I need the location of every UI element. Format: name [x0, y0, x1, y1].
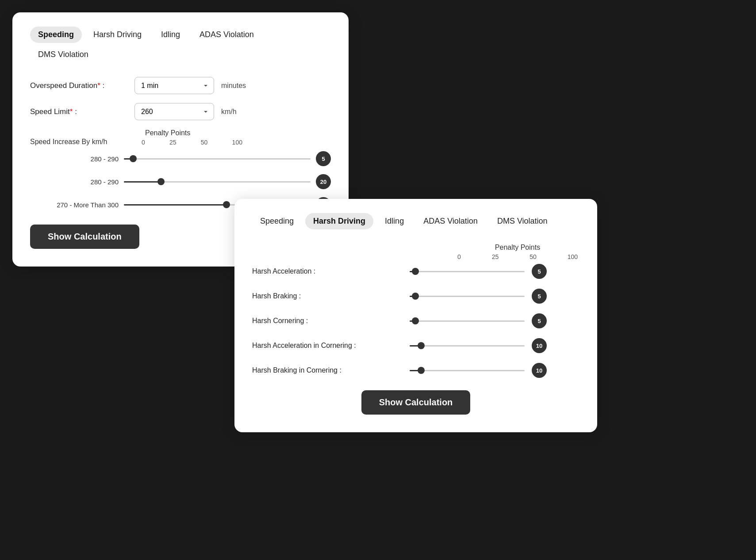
slider-fill-2: [124, 204, 226, 206]
range-label-0: 280 - 290: [30, 155, 119, 163]
overspeed-row: Overspeed Duration* : 1 min 2 min 5 min …: [30, 77, 331, 94]
harsh-badge-2: 5: [532, 313, 547, 328]
harsh-corner-label: Harsh Cornering :: [252, 317, 403, 325]
penalty-title-2: Penalty Points: [456, 244, 579, 251]
slider-header-1: Speed Increase By km/h Penalty Points 0 …: [30, 129, 331, 146]
harsh-brake-corner-label: Harsh Braking in Cornering :: [252, 366, 403, 374]
range-label-2: 270 - More Than 300: [30, 201, 119, 209]
tab-dms-1[interactable]: DMS Violation: [30, 46, 96, 63]
slider-thumb-1[interactable]: [157, 178, 165, 185]
show-calculation-button-2[interactable]: Show Calculation: [361, 390, 471, 415]
harsh-track-4: [410, 370, 525, 371]
harsh-badge-1: 5: [532, 289, 547, 304]
range-label-1: 280 - 290: [30, 178, 119, 186]
harsh-track-wrap-4[interactable]: [410, 365, 525, 376]
harsh-thumb-4[interactable]: [418, 367, 425, 374]
speed-limit-label: Speed Limit* :: [30, 107, 127, 116]
harsh-track-wrap-3[interactable]: [410, 340, 525, 351]
overspeed-label: Overspeed Duration* :: [30, 81, 127, 90]
slider-track-1: [124, 181, 311, 183]
scale-numbers-2: 0 25 50 100: [456, 253, 579, 260]
harsh-track-0: [410, 271, 525, 272]
slider-track-wrap-1[interactable]: [124, 176, 311, 187]
scale-100-1: 100: [232, 139, 242, 146]
scale-0-1: 0: [142, 139, 145, 146]
slider-row-1: 280 - 290 20: [30, 174, 331, 189]
harsh-thumb-0[interactable]: [412, 268, 419, 275]
harsh-thumb-1[interactable]: [412, 293, 419, 300]
harsh-track-1: [410, 296, 525, 297]
scale-50-2: 50: [530, 253, 537, 260]
scale-25-2: 25: [492, 253, 499, 260]
speed-increase-label: Speed Increase By km/h: [30, 138, 136, 146]
harsh-accel-corner-label: Harsh Acceleration in Cornering :: [252, 342, 403, 350]
slider-badge-1: 20: [316, 174, 331, 189]
tab-harsh-driving-2[interactable]: Harsh Driving: [305, 213, 373, 229]
harsh-brake-label: Harsh Braking :: [252, 292, 403, 300]
scale-100-2: 100: [568, 253, 578, 260]
tabs-row-1: Speeding Harsh Driving Idling ADAS Viola…: [30, 27, 331, 63]
penalty-header-1: Penalty Points 0 25 50 100: [136, 129, 242, 146]
speed-limit-select[interactable]: 260 280 300: [134, 103, 214, 120]
harsh-badge-4: 10: [532, 363, 547, 378]
harsh-track-3: [410, 345, 525, 347]
tab-harsh-driving-1[interactable]: Harsh Driving: [85, 27, 150, 43]
slider-badge-0: 5: [316, 151, 331, 166]
tab-idling-2[interactable]: Idling: [377, 213, 412, 229]
tab-speeding[interactable]: Speeding: [30, 27, 82, 43]
scale-numbers-1: 0 25 50 100: [136, 139, 242, 146]
harsh-badge-0: 5: [532, 264, 547, 279]
slider-fill-1: [124, 181, 161, 183]
speed-limit-unit: km/h: [221, 108, 237, 116]
harsh-penalty-header: Penalty Points 0 25 50 100: [252, 244, 579, 260]
speed-limit-row: Speed Limit* : 260 280 300 km/h: [30, 103, 331, 120]
show-calculation-button-1[interactable]: Show Calculation: [30, 225, 139, 249]
tab-dms-2[interactable]: DMS Violation: [489, 213, 556, 229]
penalty-title-1: Penalty Points: [145, 129, 190, 137]
harsh-accel-label: Harsh Acceleration :: [252, 267, 403, 275]
harsh-row-3: Harsh Acceleration in Cornering : 10: [252, 338, 579, 353]
harsh-badge-3: 10: [532, 338, 547, 353]
tab-adas-1[interactable]: ADAS Violation: [192, 27, 262, 43]
slider-thumb-2[interactable]: [223, 201, 230, 208]
overspeed-unit: minutes: [221, 82, 246, 90]
harsh-track-wrap-1[interactable]: [410, 291, 525, 301]
scale-50-1: 50: [201, 139, 208, 146]
slider-track-0: [124, 158, 311, 160]
slider-track-wrap-0[interactable]: [124, 153, 311, 164]
harsh-thumb-3[interactable]: [418, 342, 425, 349]
harsh-row-4: Harsh Braking in Cornering : 10: [252, 363, 579, 378]
harsh-track-wrap-2[interactable]: [410, 316, 525, 326]
tab-adas-2[interactable]: ADAS Violation: [415, 213, 486, 229]
harsh-track-wrap-0[interactable]: [410, 266, 525, 277]
scale-0-2: 0: [457, 253, 461, 260]
harsh-track-2: [410, 320, 525, 322]
harsh-driving-card: Speeding Harsh Driving Idling ADAS Viola…: [234, 199, 597, 432]
harsh-row-0: Harsh Acceleration : 5: [252, 264, 579, 279]
harsh-thumb-2[interactable]: [412, 317, 419, 324]
harsh-row-2: Harsh Cornering : 5: [252, 313, 579, 328]
harsh-row-1: Harsh Braking : 5: [252, 289, 579, 304]
tabs-row-2: Speeding Harsh Driving Idling ADAS Viola…: [252, 213, 579, 229]
overspeed-select[interactable]: 1 min 2 min 5 min: [134, 77, 214, 94]
slider-thumb-0[interactable]: [130, 155, 137, 162]
tab-idling-1[interactable]: Idling: [153, 27, 188, 43]
scale-25-1: 25: [169, 139, 177, 146]
slider-row-0: 280 - 290 5: [30, 151, 331, 166]
tab-speeding-2[interactable]: Speeding: [252, 213, 302, 229]
